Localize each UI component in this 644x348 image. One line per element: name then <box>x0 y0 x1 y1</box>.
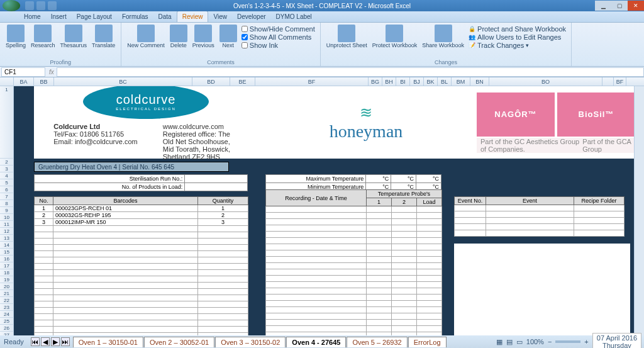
row-header-26[interactable]: 26 <box>0 325 14 332</box>
ribbon-tab-view[interactable]: View <box>208 11 232 22</box>
track-changes[interactable]: 📝 Track Changes ▾ <box>469 42 566 49</box>
recording-table[interactable]: Recording - Date & TimeTemperature Probe… <box>265 189 442 335</box>
row-header-25[interactable]: 25 <box>0 318 14 325</box>
ribbon-tab-developer[interactable]: Developer <box>232 11 271 22</box>
ribbon-tab-review[interactable]: Review <box>177 11 209 22</box>
row-header-3[interactable]: 3 <box>0 166 14 172</box>
formula-input[interactable] <box>57 67 644 77</box>
ribbon-tab-home[interactable]: Home <box>19 11 46 22</box>
close-button[interactable]: ✕ <box>628 1 644 11</box>
event-table[interactable]: Event No.EventRecipe Folder <box>454 196 625 237</box>
col-header-BE[interactable]: BE <box>230 77 255 86</box>
ribbon-tab-formulas[interactable]: Formulas <box>117 11 153 22</box>
view-layout-icon[interactable]: ▤ <box>506 338 513 346</box>
row-header-22[interactable]: 22 <box>0 297 14 304</box>
col-header-BJ[interactable]: BJ <box>410 77 424 86</box>
row-header-19[interactable]: 19 <box>0 276 14 283</box>
ribbon-tab-insert[interactable]: Insert <box>46 11 72 22</box>
row-header-5[interactable]: 5 <box>0 179 14 186</box>
previous-comment-button[interactable]: Previous <box>191 24 216 50</box>
row-header-23[interactable]: 23 <box>0 304 14 311</box>
sheet-tab-1[interactable]: Oven 2 – 30052-01 <box>144 337 214 347</box>
products-value[interactable] <box>185 183 248 191</box>
name-box[interactable]: CF1 <box>1 67 45 77</box>
col-header-BI[interactable]: BI <box>396 77 410 86</box>
view-pagebreak-icon[interactable]: ▭ <box>516 338 523 346</box>
row-header-7[interactable]: 7 <box>0 193 14 200</box>
zoom-slider[interactable] <box>555 340 580 343</box>
row-header-9[interactable]: 9 <box>0 207 14 214</box>
maximize-button[interactable]: ▢ <box>611 1 628 11</box>
qat-undo-icon[interactable] <box>36 1 45 10</box>
show-ink[interactable]: Show Ink <box>242 42 315 49</box>
share-workbook-button[interactable]: Share Workbook <box>420 24 466 50</box>
col-header-BF[interactable]: BF <box>614 77 626 86</box>
ribbon-tab-page-layout[interactable]: Page Layout <box>72 11 117 22</box>
research-button[interactable]: Research <box>29 24 57 50</box>
thesaurus-button[interactable]: Thesaurus <box>58 24 89 50</box>
max-temp-3[interactable]: °C <box>416 175 441 183</box>
qat-save-icon[interactable] <box>25 1 34 10</box>
sheet-tab-2[interactable]: Oven 3 – 30150-02 <box>215 337 286 347</box>
unprotect-sheet-button[interactable]: Unprotect Sheet <box>325 24 369 50</box>
max-temp-1[interactable]: °C <box>366 175 391 183</box>
col-header-BK[interactable]: BK <box>424 77 438 86</box>
allow-edit-ranges[interactable]: 👥 Allow Users to Edit Ranges <box>469 33 566 41</box>
col-header-BG[interactable]: BG <box>369 77 382 86</box>
col-header-BH[interactable]: BH <box>382 77 396 86</box>
row-header-11[interactable]: 11 <box>0 221 14 228</box>
row-header-12[interactable]: 12 <box>0 228 14 235</box>
showall-comments[interactable]: Show All Comments <box>242 33 315 41</box>
view-normal-icon[interactable]: ▦ <box>496 338 502 346</box>
row-header-1[interactable]: 1 <box>0 86 14 159</box>
row-header-6[interactable]: 6 <box>0 186 14 193</box>
col-header-BF[interactable]: BF <box>255 77 369 86</box>
row-header-4[interactable]: 4 <box>0 172 14 179</box>
sheet-nav-next[interactable]: ▶ <box>51 337 60 346</box>
sheet-tab-3[interactable]: Oven 4 - 27645 <box>286 337 346 347</box>
minimize-button[interactable]: ▁ <box>595 1 611 11</box>
vertical-scrollbar[interactable] <box>634 86 644 335</box>
col-header-BN[interactable]: BN <box>470 77 489 86</box>
protect-share-workbook[interactable]: 🔒 Protect and Share Workbook <box>469 25 566 33</box>
sheet-nav-prev[interactable]: ◀ <box>41 337 50 346</box>
row-header-20[interactable]: 20 <box>0 283 14 290</box>
row-header-2[interactable]: 2 <box>0 159 14 166</box>
zoom-level[interactable]: 100% <box>526 338 544 345</box>
delete-comment-button[interactable]: Delete <box>168 24 189 50</box>
spelling-button[interactable]: Spelling <box>4 24 28 50</box>
qat-redo-icon[interactable] <box>48 1 57 10</box>
row-header-14[interactable]: 14 <box>0 242 14 249</box>
max-temp-2[interactable]: °C <box>391 175 416 183</box>
row-header-17[interactable]: 17 <box>0 262 14 269</box>
office-orb[interactable] <box>3 0 20 11</box>
col-header-BO[interactable]: BO <box>489 77 602 86</box>
col-header-[interactable] <box>602 77 614 86</box>
row-header-8[interactable]: 8 <box>0 200 14 207</box>
col-header-BC[interactable]: BC <box>54 77 192 86</box>
sheet-tab-4[interactable]: Oven 5 – 26932 <box>347 337 407 347</box>
ribbon-tab-data[interactable]: Data <box>153 11 177 22</box>
zoom-out[interactable]: − <box>548 338 552 345</box>
row-header-18[interactable]: 18 <box>0 269 14 276</box>
ribbon-tab-dymo-label[interactable]: DYMO Label <box>271 11 317 22</box>
row-header-16[interactable]: 16 <box>0 255 14 262</box>
col-header-BL[interactable]: BL <box>438 77 452 86</box>
barcode-table[interactable]: No.BarcodesQuantity1000023GPS-RCEH 01120… <box>34 196 248 335</box>
fx-icon[interactable]: fx <box>47 69 57 76</box>
row-header-13[interactable]: 13 <box>0 235 14 242</box>
sheet-tab-5[interactable]: ErrorLog <box>408 337 447 347</box>
row-header-15[interactable]: 15 <box>0 249 14 255</box>
col-header-BD[interactable]: BD <box>192 77 230 86</box>
translate-button[interactable]: Translate <box>90 24 117 50</box>
zoom-in[interactable]: + <box>584 338 588 345</box>
protect-workbook-button[interactable]: Protect Workbook <box>370 24 419 50</box>
new-comment-button[interactable]: New Comment <box>125 24 167 50</box>
sheet-nav-last[interactable]: ⏭ <box>61 337 70 346</box>
row-header-24[interactable]: 24 <box>0 311 14 318</box>
col-header-BB[interactable]: BB <box>34 77 54 86</box>
sheet-canvas[interactable]: coldcurve ELECTRICAL DESIGN Coldcurve Lt… <box>14 86 644 335</box>
showhide-comment[interactable]: Show/Hide Comment <box>242 25 315 33</box>
row-header-10[interactable]: 10 <box>0 214 14 221</box>
sterilisation-value[interactable] <box>185 175 248 183</box>
